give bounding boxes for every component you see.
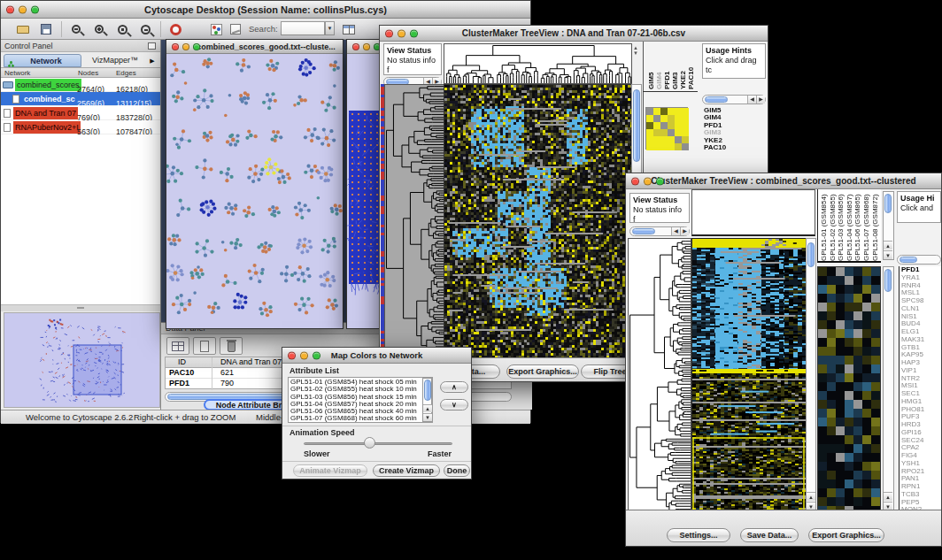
zoom-button[interactable] bbox=[313, 351, 320, 359]
save-data-button[interactable]: Save Data... bbox=[740, 528, 799, 542]
search-dropdown-button[interactable]: ▼ bbox=[325, 21, 335, 35]
minimize-button[interactable] bbox=[363, 43, 370, 50]
move-up-button[interactable]: ∧ bbox=[440, 381, 468, 393]
map-colors-dialog: Map Colors to Network Attribute List GPL… bbox=[282, 347, 472, 479]
treeview-dna-title-bar[interactable]: ClusterMaker TreeView : DNA and Tran 07-… bbox=[380, 26, 768, 42]
zoom-in-button[interactable] bbox=[89, 20, 109, 38]
matrix-column-label: GIM3 bbox=[671, 72, 679, 89]
zoom-fit-button[interactable] bbox=[135, 20, 155, 38]
id-column-header[interactable]: ID bbox=[178, 357, 186, 366]
animation-slider-thumb[interactable] bbox=[364, 437, 375, 449]
dialog-title-bar[interactable]: Map Colors to Network bbox=[282, 348, 471, 364]
vscroll-thumb[interactable] bbox=[884, 269, 892, 292]
heatmap-vscrollbar[interactable]: ▲▼ bbox=[806, 238, 816, 511]
correlation-matrix[interactable] bbox=[645, 107, 688, 150]
panel-splitter[interactable] bbox=[1, 305, 160, 311]
hscroll-thumb[interactable] bbox=[705, 96, 728, 103]
heatmap-canvas[interactable] bbox=[691, 238, 807, 513]
usage-hscrollbar[interactable] bbox=[897, 255, 941, 265]
zoom-out-button[interactable] bbox=[66, 20, 86, 38]
array-column-label: GPL51-06 (GSM865) bbox=[853, 194, 861, 261]
done-button[interactable]: Done bbox=[444, 464, 470, 477]
zoom-button[interactable] bbox=[193, 43, 200, 50]
help-button[interactable] bbox=[166, 20, 185, 38]
column-header-network[interactable]: Network bbox=[4, 69, 30, 77]
minimize-button[interactable] bbox=[182, 43, 189, 50]
hscroll-thumb[interactable] bbox=[632, 228, 655, 234]
minimize-button[interactable] bbox=[398, 29, 405, 37]
matrix-cell bbox=[660, 143, 668, 150]
zoom-button[interactable] bbox=[410, 29, 418, 37]
close-button[interactable] bbox=[631, 177, 639, 185]
animate-vizmap-button[interactable]: Animate Vizmap bbox=[293, 464, 367, 477]
minimize-button[interactable] bbox=[300, 351, 308, 359]
close-button[interactable] bbox=[352, 43, 359, 50]
attribute-select-button[interactable] bbox=[166, 337, 189, 355]
settings-button[interactable]: Settings... bbox=[667, 528, 730, 542]
view-status-hscrollbar[interactable]: ◀▶ bbox=[629, 226, 690, 236]
network-list-row[interactable]: RNAPuberNov2+I563(0)107847(0) bbox=[1, 120, 160, 134]
zoom-selected-button[interactable] bbox=[112, 20, 132, 38]
search-input[interactable] bbox=[281, 21, 325, 35]
open-file-button[interactable] bbox=[13, 20, 33, 38]
close-button[interactable] bbox=[288, 351, 296, 359]
treeview-combined-title-bar[interactable]: ClusterMaker TreeView : combined_scores_… bbox=[626, 173, 941, 189]
zoom-button[interactable] bbox=[656, 177, 664, 185]
zoomed-heatmap-canvas[interactable] bbox=[817, 266, 881, 513]
matrix-cell bbox=[682, 143, 689, 150]
delete-attribute-button[interactable] bbox=[220, 337, 243, 355]
dendrogram-mini-arrows[interactable]: ▲▼ bbox=[633, 45, 638, 56]
network-list-row[interactable]: combined_sco2569(6)13112(15) bbox=[1, 92, 160, 106]
float-panel-icon[interactable] bbox=[148, 42, 156, 50]
matrix-gene-list[interactable]: GIM5GIM4PFD1GIM3YKE2PAC10 bbox=[704, 107, 726, 151]
close-button[interactable] bbox=[385, 29, 393, 37]
minimize-button[interactable] bbox=[19, 5, 27, 13]
move-down-button[interactable]: ∨ bbox=[440, 399, 468, 410]
heatmap-canvas[interactable] bbox=[444, 84, 632, 359]
network-list-row[interactable]: DNA and Tran 07769(0)183728(0) bbox=[1, 106, 160, 120]
zoom-button[interactable] bbox=[31, 5, 39, 13]
minimize-button[interactable] bbox=[644, 177, 652, 185]
status-pan-hint: Middle- bbox=[256, 412, 283, 422]
export-graphics-button[interactable]: Export Graphics... bbox=[506, 364, 579, 379]
network-list-row[interactable]: combined_scores2764(0)16218(0) bbox=[1, 78, 160, 92]
tab-overflow-button[interactable]: ▶ bbox=[147, 56, 158, 66]
hscroll-thumb[interactable] bbox=[900, 257, 917, 263]
tab-vizmapper[interactable]: VizMapper™ bbox=[83, 54, 147, 67]
annotation-button[interactable] bbox=[226, 20, 245, 38]
column-dendrogram-canvas[interactable] bbox=[444, 43, 632, 84]
export-graphics-button[interactable]: Export Graphics... bbox=[808, 528, 884, 542]
network-window-title-bar[interactable]: combined_scores_good.txt--cluste... bbox=[166, 40, 343, 54]
save-button[interactable] bbox=[36, 20, 56, 38]
vizmapper-button[interactable] bbox=[206, 20, 226, 38]
column-header-edges[interactable]: Edges bbox=[116, 69, 136, 77]
labels-vscrollbar[interactable]: ▲▼ bbox=[883, 191, 894, 260]
attribute-list-vscrollbar[interactable]: ▲▼ bbox=[422, 378, 432, 422]
gene-list[interactable]: PFD1YRA1RNR4MSL1SPC98CLN1NIS1BUD4ELG1MAK… bbox=[899, 266, 942, 514]
vscroll-thumb[interactable] bbox=[424, 380, 431, 401]
zoom-vscrollbar[interactable]: ▲▼ bbox=[883, 266, 894, 511]
column-header-nodes[interactable]: Nodes bbox=[78, 69, 98, 77]
row-dendrogram-canvas[interactable] bbox=[384, 84, 445, 359]
animation-slider-track[interactable] bbox=[304, 442, 452, 445]
export-graphics-label: Export Graphics... bbox=[508, 367, 577, 376]
attribute-list-item[interactable]: GPL51-07 (GSM868) heat shock 60 min bbox=[290, 415, 430, 422]
attribute-listbox[interactable]: GPL51-01 (GSM854) heat shock 05 minGPL51… bbox=[288, 377, 433, 423]
usage-hscrollbar[interactable]: ◀▶ bbox=[702, 95, 766, 104]
slower-label: Slower bbox=[304, 449, 330, 458]
tab-network[interactable]: Network bbox=[4, 54, 81, 67]
create-vizmap-button[interactable]: Create Vizmap bbox=[373, 464, 440, 477]
create-attribute-button[interactable] bbox=[193, 337, 216, 355]
main-title-bar[interactable]: Cytoscape Desktop (Session Name: collins… bbox=[1, 1, 530, 19]
vscroll-thumb[interactable] bbox=[884, 194, 892, 213]
network-overview-canvas[interactable] bbox=[4, 312, 160, 408]
vscroll-thumb[interactable] bbox=[633, 89, 640, 162]
trash-icon bbox=[228, 341, 236, 352]
close-button[interactable] bbox=[172, 43, 179, 50]
network-graph-canvas[interactable] bbox=[166, 54, 343, 328]
import-table-button[interactable] bbox=[339, 20, 359, 38]
close-button[interactable] bbox=[6, 5, 14, 13]
vscroll-thumb[interactable] bbox=[807, 242, 815, 267]
row-dendrogram-canvas[interactable] bbox=[628, 238, 691, 513]
treeview-dna-title: ClusterMaker TreeView : DNA and Tran 07-… bbox=[462, 28, 685, 38]
